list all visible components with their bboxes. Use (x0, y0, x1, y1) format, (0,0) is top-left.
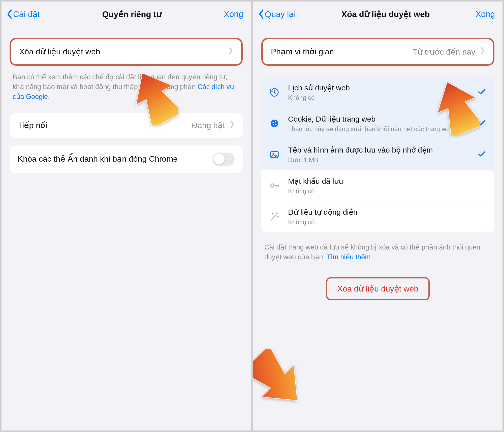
annotation-arrow (253, 349, 301, 410)
key-icon (267, 181, 281, 191)
clear-data-button[interactable]: Xóa dữ liệu duyệt web (326, 277, 430, 300)
option-subtitle: Không có (288, 218, 486, 226)
privacy-footnote: Bạn có thể xem thêm các chế độ cài đặt l… (10, 66, 243, 102)
page-title: Xóa dữ liệu duyệt web (296, 9, 476, 19)
option-subtitle: Dưới 1 MB (288, 156, 471, 164)
chevron-right-icon (230, 121, 235, 130)
lock-incognito-toggle[interactable] (212, 153, 235, 166)
chevron-left-icon (258, 9, 264, 19)
screen-privacy: Cài đặt Quyền riêng tư Xong Xóa dữ liệu … (2, 2, 251, 430)
svg-point-3 (275, 124, 276, 125)
option-title: Mật khẩu đã lưu (288, 176, 486, 186)
screen-clear-data: Quay lại Xóa dữ liệu duyệt web Xong Phạm… (253, 2, 502, 430)
chevron-right-icon (229, 47, 233, 57)
checkmark-icon (477, 150, 486, 160)
data-type-row[interactable]: Dữ liệu tự động điềnKhông có (261, 201, 494, 232)
svg-point-7 (271, 184, 274, 187)
svg-point-4 (273, 124, 274, 125)
back-label: Cài đặt (13, 9, 40, 19)
navbar: Quay lại Xóa dữ liệu duyệt web Xong (253, 2, 502, 27)
data-type-row[interactable]: Lịch sử duyệt webKhông có (261, 77, 494, 108)
lock-incognito-row: Khóa các thẻ Ẩn danh khi bạn đóng Chrome (10, 146, 243, 173)
option-title: Cookie, Dữ liệu trang web (288, 114, 471, 124)
back-button[interactable]: Quay lại (258, 9, 296, 19)
svg-point-0 (271, 120, 278, 127)
option-subtitle: Không có (288, 94, 471, 102)
wand-icon (267, 212, 281, 222)
svg-point-1 (272, 122, 274, 123)
data-type-row[interactable]: Cookie, Dữ liệu trang webThao tác này sẽ… (261, 108, 494, 139)
back-label: Quay lại (265, 9, 296, 19)
svg-point-2 (275, 121, 276, 122)
clear-browsing-data-row[interactable]: Xóa dữ liệu duyệt web (10, 38, 243, 66)
navbar: Cài đặt Quyền riêng tư Xong (2, 2, 251, 27)
chevron-left-icon (7, 9, 13, 19)
chevron-right-icon (480, 47, 485, 57)
option-title: Tệp và hình ảnh được lưu vào bộ nhớ đệm (288, 145, 471, 155)
data-type-row[interactable]: Mật khẩu đã lưuKhông có (261, 170, 494, 201)
option-title: Dữ liệu tự động điền (288, 207, 486, 217)
data-type-row[interactable]: Tệp và hình ảnh được lưu vào bộ nhớ đệmD… (261, 139, 494, 170)
preload-row[interactable]: Tiếp nối Đang bật (10, 113, 243, 138)
page-title: Quyền riêng tư (40, 9, 224, 19)
option-title: Lịch sử duyệt web (288, 83, 471, 93)
time-range-row[interactable]: Phạm vi thời gian Từ trước đến nay (261, 38, 494, 66)
checkmark-icon (477, 87, 486, 97)
option-subtitle: Thao tác này sẽ đăng xuất bạn khỏi nầu h… (288, 125, 471, 133)
cookie-icon (267, 118, 281, 128)
data-types-list: Lịch sử duyệt webKhông cóCookie, Dữ liệu… (261, 77, 494, 232)
done-button[interactable]: Xong (476, 9, 495, 19)
checkmark-icon (477, 118, 486, 128)
learn-more-link[interactable]: Tìm hiểu thêm (327, 253, 371, 261)
image-icon (267, 150, 281, 160)
back-button[interactable]: Cài đặt (7, 9, 40, 19)
history-icon (267, 87, 281, 97)
option-subtitle: Không có (288, 187, 486, 195)
clear-footnote: Cài đặt trang web đã lưu sẽ không bị xóa… (261, 232, 494, 262)
row-label: Xóa dữ liệu duyệt web (19, 46, 224, 57)
done-button[interactable]: Xong (224, 9, 243, 19)
